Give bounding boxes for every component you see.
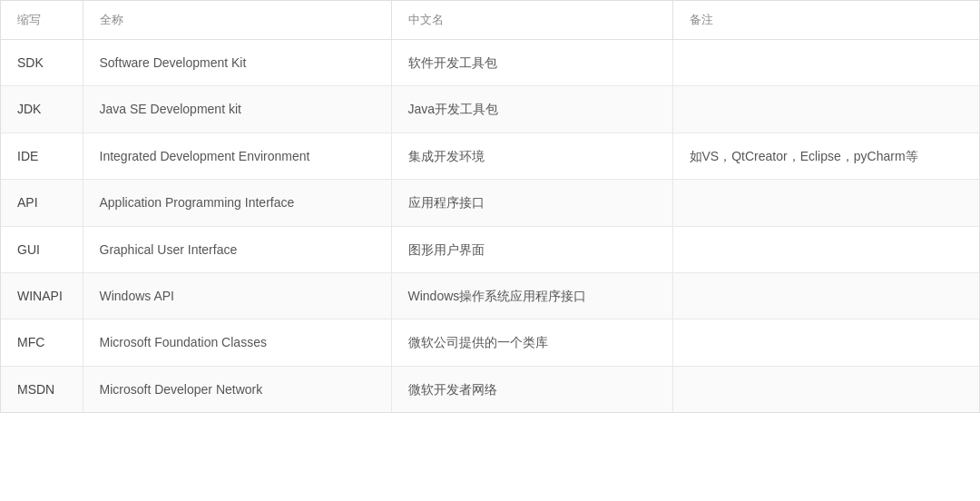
cell-note [672,86,979,133]
table-row: IDEIntegrated Development Environment集成开… [1,133,979,179]
table-header-row: 缩写 全称 中文名 备注 [1,1,979,40]
table-row: WINAPIWindows APIWindows操作系统应用程序接口 [1,272,979,319]
cell-note [672,366,979,412]
cell-full: Integrated Development Environment [83,133,391,179]
cell-full: Java SE Development kit [83,86,391,133]
cell-note [672,180,979,226]
cell-full: Microsoft Foundation Classes [83,319,391,366]
cell-full: Microsoft Developer Network [83,366,391,412]
table-row: MSDNMicrosoft Developer Network微软开发者网络 [1,366,979,412]
table-row: MFCMicrosoft Foundation Classes微软公司提供的一个… [1,319,979,366]
cell-note [672,40,979,86]
header-full: 全称 [83,1,391,40]
cell-abbr: IDE [1,133,83,179]
header-abbr: 缩写 [1,1,83,40]
cell-abbr: API [1,180,83,226]
cell-note [672,272,979,319]
abbreviation-table: 缩写 全称 中文名 备注 SDKSoftware Development Kit… [0,0,980,413]
cell-note: 如VS，QtCreator，Eclipse，pyCharm等 [672,133,979,179]
cell-note [672,226,979,272]
cell-full: Application Programming Interface [83,180,391,226]
cell-cn: 微软公司提供的一个类库 [391,319,672,366]
table-row: SDKSoftware Development Kit软件开发工具包 [1,40,979,86]
cell-cn: 应用程序接口 [391,180,672,226]
cell-cn: Windows操作系统应用程序接口 [391,272,672,319]
cell-full: Graphical User Interface [83,226,391,272]
header-cn: 中文名 [391,1,672,40]
cell-cn: 软件开发工具包 [391,40,672,86]
cell-abbr: JDK [1,86,83,133]
table-row: GUIGraphical User Interface图形用户界面 [1,226,979,272]
table-row: APIApplication Programming Interface应用程序… [1,180,979,226]
cell-abbr: GUI [1,226,83,272]
cell-full: Windows API [83,272,391,319]
cell-full: Software Development Kit [83,40,391,86]
cell-cn: 集成开发环境 [391,133,672,179]
cell-abbr: MFC [1,319,83,366]
cell-cn: 微软开发者网络 [391,366,672,412]
cell-note [672,319,979,366]
cell-cn: 图形用户界面 [391,226,672,272]
table-row: JDKJava SE Development kitJava开发工具包 [1,86,979,133]
cell-cn: Java开发工具包 [391,86,672,133]
cell-abbr: MSDN [1,366,83,412]
cell-abbr: WINAPI [1,272,83,319]
cell-abbr: SDK [1,40,83,86]
header-note: 备注 [672,1,979,40]
